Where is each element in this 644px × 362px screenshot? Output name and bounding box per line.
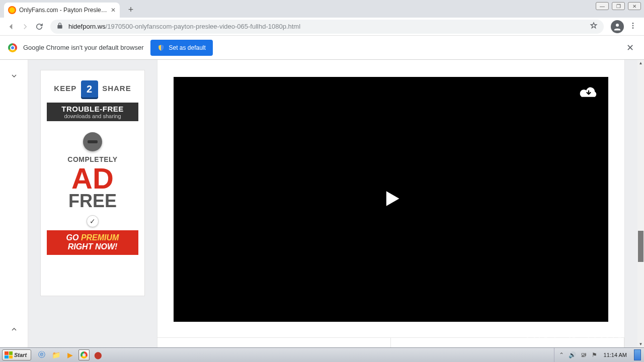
tray-network-icon[interactable]: 🖳 xyxy=(580,351,588,359)
shield-icon xyxy=(157,44,165,51)
tab-title: OnlyFans.com - Payton Preslee - Vid xyxy=(19,7,108,14)
browser-toolbar: hidefporn.ws/1970500-onlyfanscom-payton-… xyxy=(0,18,644,36)
start-label: Start xyxy=(14,352,27,358)
taskbar-explorer-icon[interactable]: 📁 xyxy=(50,349,61,360)
ad-cube-icon: 2 xyxy=(81,80,98,98)
left-rail xyxy=(0,60,28,347)
scrollbar-thumb[interactable] xyxy=(638,231,643,262)
ad-trouble-small: downloads and sharing xyxy=(47,113,138,119)
show-desktop-button[interactable] xyxy=(634,349,641,360)
tab-favicon xyxy=(8,6,16,14)
chrome-logo-icon xyxy=(8,43,17,52)
svg-point-3 xyxy=(632,27,634,29)
taskbar-clock[interactable]: 11:14 AM xyxy=(602,352,629,358)
bookmark-star-icon[interactable] xyxy=(590,22,598,31)
page-content: KEEP 2 SHARE TROUBLE-FREE downloads and … xyxy=(0,60,637,347)
tray-volume-icon[interactable]: 🔊 xyxy=(569,351,577,359)
taskbar-media-icon[interactable]: ▶ xyxy=(64,349,75,360)
video-player[interactable] xyxy=(174,77,608,322)
taskbar-ie-icon[interactable]: ⓔ xyxy=(36,349,47,360)
window-controls: — ❐ ✕ xyxy=(596,2,641,10)
default-browser-infobar: Google Chrome isn't your default browser… xyxy=(0,36,644,60)
infobar-text: Google Chrome isn't your default browser xyxy=(23,44,143,51)
ad-big-text: AD xyxy=(47,164,138,192)
taskbar-items: ⓔ 📁 ▶ ⬤ xyxy=(36,349,104,360)
back-button[interactable] xyxy=(4,20,18,34)
check-circle-icon: ✓ xyxy=(87,215,99,227)
svg-point-2 xyxy=(632,25,634,26)
set-default-button[interactable]: Set as default xyxy=(150,40,212,56)
chevron-down-icon[interactable] xyxy=(10,72,18,82)
minus-circle-icon xyxy=(83,132,102,151)
url-path: /1970500-onlyfanscom-payton-preslee-vide… xyxy=(106,23,300,30)
svg-point-0 xyxy=(616,24,619,27)
tab-close-icon[interactable]: ✕ xyxy=(111,7,116,14)
scroll-down-icon[interactable]: ▼ xyxy=(637,341,644,347)
start-button[interactable]: Start xyxy=(2,349,31,360)
ad-go: GO xyxy=(66,233,81,242)
tray-flag-icon[interactable]: ⚑ xyxy=(591,351,599,359)
system-tray: ⌃ 🔊 🖳 ⚑ 11:14 AM xyxy=(554,348,644,362)
lock-icon xyxy=(56,22,63,31)
taskbar-chrome-icon[interactable] xyxy=(78,349,90,360)
browser-menu-icon[interactable] xyxy=(629,22,637,32)
play-icon[interactable] xyxy=(380,188,402,212)
window-close-button[interactable]: ✕ xyxy=(628,2,641,10)
ad-premium: PREMIUM xyxy=(81,233,119,242)
url-host: hidefporn.ws xyxy=(68,23,106,30)
svg-point-1 xyxy=(632,23,634,24)
browser-tabstrip: OnlyFans.com - Payton Preslee - Vid ✕ + … xyxy=(0,0,644,18)
reload-button[interactable] xyxy=(32,20,46,34)
forward-button[interactable] xyxy=(18,20,32,34)
window-minimize-button[interactable]: — xyxy=(596,2,609,10)
ad-share-text: SHARE xyxy=(102,84,131,93)
windows-flag-icon xyxy=(5,351,13,358)
ad-trouble-bar: TROUBLE-FREE downloads and sharing xyxy=(47,103,138,121)
vertical-scrollbar[interactable]: ▲ ▼ xyxy=(637,60,644,347)
windows-taskbar: Start ⓔ 📁 ▶ ⬤ ⌃ 🔊 🖳 ⚑ 11:14 AM xyxy=(0,347,644,362)
ad-premium-bar: GO PREMIUM RIGHT NOW! xyxy=(47,230,138,255)
sidebar-ad[interactable]: KEEP 2 SHARE TROUBLE-FREE downloads and … xyxy=(40,70,145,296)
toolbar-right xyxy=(608,20,640,33)
window-maximize-button[interactable]: ❐ xyxy=(612,2,625,10)
scroll-up-icon[interactable]: ▲ xyxy=(637,60,644,66)
tray-expand-icon[interactable]: ⌃ xyxy=(557,351,566,359)
chevron-up-icon[interactable] xyxy=(10,325,18,335)
content-bottom-strip xyxy=(157,337,624,347)
taskbar-app-icon[interactable]: ⬤ xyxy=(93,349,104,360)
keep2share-logo: KEEP 2 SHARE xyxy=(47,80,138,98)
set-default-label: Set as default xyxy=(169,44,205,51)
main-column xyxy=(157,60,625,347)
new-tab-button[interactable]: + xyxy=(124,3,138,17)
address-bar[interactable]: hidefporn.ws/1970500-onlyfanscom-payton-… xyxy=(50,20,604,34)
infobar-close-icon[interactable]: ✕ xyxy=(624,40,636,55)
ad-keep-text: KEEP xyxy=(54,84,76,93)
ad-now: RIGHT NOW! xyxy=(47,242,138,251)
download-cloud-icon[interactable] xyxy=(578,85,599,102)
browser-tab[interactable]: OnlyFans.com - Payton Preslee - Vid ✕ xyxy=(4,3,120,18)
profile-avatar-icon[interactable] xyxy=(611,20,624,33)
ad-trouble-big: TROUBLE-FREE xyxy=(47,105,138,113)
ad-free-text: FREE xyxy=(47,192,138,210)
